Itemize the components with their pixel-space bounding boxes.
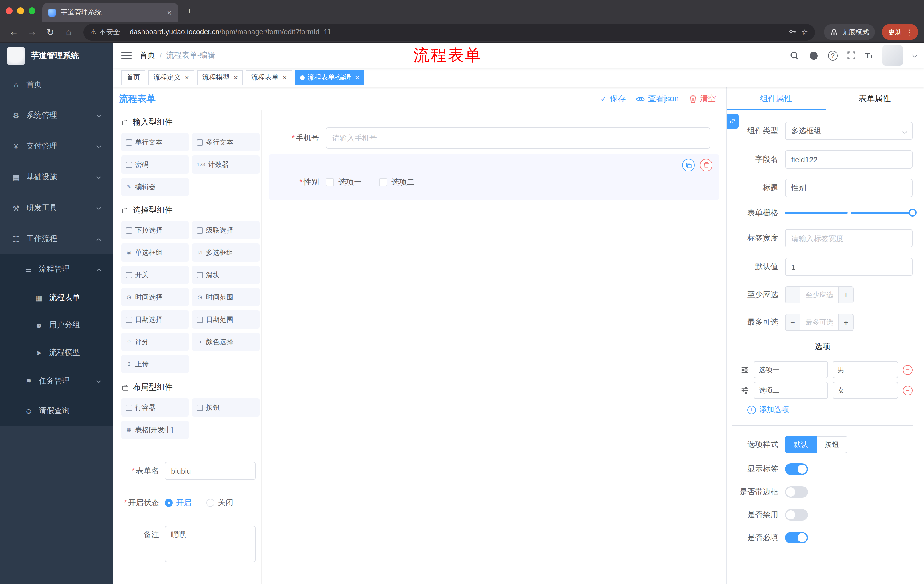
incognito-profile-chip[interactable]: 无痕模式 [824,24,875,40]
view-tag[interactable]: 流程表单-编辑 × [295,70,365,85]
sidebar-item[interactable]: ☰ 流程管理 [0,254,113,284]
clear-button[interactable]: 清空 [689,94,716,104]
view-tag[interactable]: 流程定义 × [148,70,194,85]
status-on-radio[interactable]: 开启 [165,498,191,508]
close-tab-icon[interactable]: × [166,8,173,16]
github-icon[interactable] [808,50,819,61]
site-security-chip[interactable]: ⚠ 不安全 [90,27,120,37]
component-chip[interactable]: 123 计数器 [192,155,260,174]
view-tag[interactable]: 首页 × [121,70,145,85]
close-tag-icon[interactable]: × [355,74,360,81]
stepper-minus-button[interactable]: − [785,287,800,303]
default-value-input[interactable] [785,258,912,276]
remove-option-button[interactable]: − [903,365,912,375]
view-tag[interactable]: 流程表单 × [246,70,292,85]
component-chip[interactable]: 日期选择 [121,310,189,329]
close-tag-icon[interactable]: × [234,74,238,81]
sidebar-item[interactable]: ¥ 支付管理 [0,131,113,162]
tag-width-input[interactable] [785,229,912,247]
tab-form-props[interactable]: 表单属性 [825,87,924,110]
option-value-input[interactable] [833,382,898,399]
selected-widget-gender[interactable]: *性别 选项一 选项二 [269,154,719,200]
component-chip[interactable]: 多行文本 [192,133,260,151]
browser-tab[interactable]: 芋道管理系统 × [42,3,178,22]
sidebar-item[interactable]: ☻ 用户分组 [0,311,113,339]
sidebar-item[interactable]: ⚒ 研发工具 [0,192,113,224]
component-chip[interactable]: 单行文本 [121,133,189,151]
component-chip[interactable]: ◑ 颜色选择 [192,332,260,351]
drag-handle-icon[interactable] [741,365,749,374]
sidebar-item[interactable]: ▦ 流程表单 [0,284,113,311]
option-label-input[interactable] [754,382,828,399]
show-label-switch[interactable] [785,464,808,475]
address-bar[interactable]: ⚠ 不安全 dashboard.yudao.iocoder.cn/bpm/man… [84,24,815,40]
phone-input[interactable] [326,127,710,148]
component-chip[interactable]: ◉ 单选框组 [121,243,189,262]
back-icon[interactable]: ← [6,27,22,37]
breadcrumb-home[interactable]: 首页 [140,50,155,61]
zoom-window-button[interactable] [29,7,35,14]
browser-update-button[interactable]: 更新 ⋮ [882,24,918,40]
option-style-button-button[interactable]: 按钮 [817,436,847,453]
fullscreen-icon[interactable] [847,51,856,60]
stepper-minus-button[interactable]: − [785,314,800,330]
form-remark-textarea[interactable]: 嘿嘿 [165,526,256,562]
disabled-switch[interactable] [785,509,808,521]
field-name-input[interactable] [785,150,912,169]
component-chip[interactable]: 密码 [121,155,189,174]
avatar-caret-down-icon[interactable] [912,52,918,58]
form-name-input[interactable] [165,462,256,480]
drag-handle-icon[interactable] [741,386,749,395]
stepper-plus-button[interactable]: + [838,287,853,303]
component-chip[interactable]: ✎ 编辑器 [121,178,189,196]
max-select-input[interactable] [800,314,838,330]
password-key-icon[interactable] [789,27,797,37]
close-tag-icon[interactable]: × [282,74,287,81]
new-tab-button[interactable]: + [186,6,192,17]
component-chip[interactable]: ◷ 时间选择 [121,288,189,306]
min-select-input[interactable] [800,287,838,303]
panel-link-badge[interactable] [726,114,739,128]
forward-icon[interactable]: → [24,27,40,37]
tab-component-props[interactable]: 组件属性 [727,87,825,110]
component-chip[interactable]: ☑ 多选框组 [192,243,260,262]
user-avatar[interactable] [882,45,903,66]
form-grid-slider[interactable] [785,212,912,214]
title-input[interactable] [785,179,912,197]
component-chip[interactable]: 下拉选择 [121,221,189,239]
required-switch[interactable] [785,532,808,543]
font-size-icon[interactable]: TT [865,51,873,60]
slider-handle[interactable] [909,209,917,217]
option-value-input[interactable] [833,361,898,378]
bookmark-star-icon[interactable]: ☆ [801,28,808,36]
component-chip[interactable]: 行容器 [121,398,189,416]
sidebar-item[interactable]: ▤ 基础设施 [0,162,113,192]
sidebar-item[interactable]: ➤ 流程模型 [0,339,113,366]
gender-option1-checkbox[interactable]: 选项一 [326,177,361,188]
delete-widget-button[interactable] [700,159,713,171]
component-chip[interactable]: 开关 [121,266,189,284]
component-chip[interactable]: ↥ 上传 [121,355,189,373]
view-tag[interactable]: 流程模型 × [197,70,243,85]
view-json-button[interactable]: 查看json [636,94,679,104]
close-tag-icon[interactable]: × [185,74,189,81]
search-icon[interactable] [790,51,799,60]
help-icon[interactable]: ? [828,51,838,60]
option-style-default-button[interactable]: 默认 [785,436,817,453]
sidebar-item[interactable]: ⚙ 系统管理 [0,100,113,131]
gender-option2-checkbox[interactable]: 选项二 [379,177,414,188]
add-option-button[interactable]: + 添加选项 [747,405,912,415]
home-icon[interactable]: ⌂ [61,27,77,37]
sidebar-item[interactable]: ⚑ 任务管理 [0,366,113,396]
stepper-plus-button[interactable]: + [838,314,853,330]
component-type-value[interactable] [785,122,912,140]
component-type-select[interactable] [785,122,912,140]
border-switch[interactable] [785,486,808,498]
component-chip[interactable]: 滑块 [192,266,260,284]
component-chip[interactable]: 日期范围 [192,310,260,329]
save-button[interactable]: ✓ 保存 [600,94,625,104]
remove-option-button[interactable]: − [903,385,912,395]
component-chip[interactable]: 级联选择 [192,221,260,239]
component-chip[interactable]: 按钮 [192,398,260,416]
menu-dots-icon[interactable]: ⋮ [906,28,913,36]
